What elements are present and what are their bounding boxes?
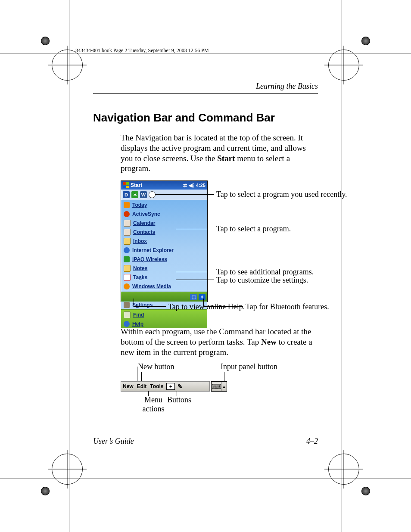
leader-line: [176, 280, 214, 280]
cmd-new: New: [121, 383, 135, 389]
keyboard-icon: ⌨: [212, 382, 221, 391]
menu-item-activesync: ActiveSync: [121, 209, 207, 218]
menu-label: Inbox: [133, 238, 147, 244]
callout-settings: Tap to customize the settings.: [216, 276, 308, 285]
menu-item-ipaq-wireless: iPAQ Wireless: [121, 255, 207, 264]
registration-mark-icon: [331, 457, 370, 495]
leader-line: [141, 372, 142, 382]
menu-item-tasks: Tasks: [121, 273, 207, 282]
windows-flag-icon: [123, 182, 129, 188]
menu-item-inbox: Inbox: [121, 236, 207, 246]
callout-program: Tap to select a program.: [216, 224, 291, 233]
footer-page-number: 4–2: [306, 437, 318, 446]
menu-label: Today: [132, 202, 147, 208]
menu-item-help: Help: [121, 319, 207, 328]
leader-line: [224, 372, 224, 382]
recent-app-icon: D: [123, 191, 130, 198]
leader-line: [176, 229, 214, 229]
recorder-icon: ✦: [166, 383, 175, 390]
leader-line: [134, 306, 166, 307]
leader-line: [176, 272, 214, 272]
device-taskbar: ⬚ ᚼ: [121, 292, 207, 302]
menu-label: Windows Media: [132, 283, 171, 289]
recent-app-icon: ✶: [131, 191, 138, 198]
bluetooth-icon: ᚼ: [199, 294, 206, 300]
clock-label: 4:25: [196, 183, 206, 188]
speaker-icon: ◀ξ: [189, 183, 194, 188]
label-buttons: Buttons: [167, 395, 191, 404]
leader-line: [137, 367, 137, 382]
registration-mark-icon: [331, 37, 370, 75]
label-new-button: New button: [138, 362, 174, 371]
registration-mark-icon: [41, 37, 80, 75]
leader-line: [203, 299, 204, 306]
recent-app-icon: [149, 191, 156, 198]
cmd-tools: Tools: [148, 383, 165, 389]
menu-label: Calendar: [133, 220, 155, 226]
menu-item-internet-explorer: Internet Explorer: [121, 246, 207, 255]
running-head: Learning the Basics: [93, 82, 318, 94]
bold-text: Start: [217, 154, 235, 163]
menu-label: Contacts: [133, 229, 155, 235]
callout-help: Tap to view online Help.: [168, 302, 245, 311]
recent-programs-row: D ✶ W: [121, 190, 207, 200]
device-screenshot: Start ⇄ ◀ξ 4:25 D ✶ W Today ActiveSync C…: [121, 180, 208, 302]
connectivity-icon: ⇄: [183, 183, 187, 188]
label-text: Menu: [144, 395, 162, 404]
callout-recent: Tap to select a program you used recentl…: [216, 190, 347, 199]
menu-item-today: Today: [121, 200, 207, 209]
menu-item-windows-media: Windows Media: [121, 282, 207, 291]
menu-item-notes: Notes: [121, 264, 207, 273]
start-button-label: Start: [131, 182, 142, 188]
command-bar: New Edit Tools ✦ ✎: [121, 381, 210, 392]
arrow-up-icon: ▲: [221, 382, 227, 391]
pen-icon: ✎: [176, 383, 184, 390]
menu-label: Find: [133, 312, 144, 318]
leader-line: [203, 306, 243, 307]
crop-line: [69, 0, 69, 532]
menu-label: Notes: [133, 265, 147, 271]
crop-line: [342, 0, 342, 532]
leader-line: [134, 299, 134, 306]
command-bar-paragraph: Within each program, use the Command bar…: [121, 327, 318, 357]
page-content: Learning the Basics Navigation Bar and C…: [93, 82, 318, 446]
recent-app-icon: W: [140, 191, 147, 198]
leader-line: [155, 194, 214, 195]
menu-item-calendar: Calendar: [121, 218, 207, 227]
label-text: actions: [143, 404, 165, 413]
menu-label: iPAQ Wireless: [132, 256, 167, 262]
page-footer: User’s Guide 4–2: [93, 434, 318, 446]
callout-bluetooth: Tap for Bluetooth features.: [246, 302, 329, 311]
section-title: Navigation Bar and Command Bar: [93, 111, 318, 124]
device-navbar: Start ⇄ ◀ξ 4:25: [121, 181, 207, 190]
menu-label: ActiveSync: [132, 211, 160, 217]
registration-mark-icon: [41, 457, 80, 495]
label-input-panel: Input panel button: [221, 362, 277, 371]
crop-line: [0, 479, 411, 479]
input-panel-button-group: ⌨ ▲: [211, 381, 227, 392]
figure-nav-bar: Start ⇄ ◀ξ 4:25 D ✶ W Today ActiveSync C…: [121, 180, 318, 318]
callout-programs: Tap to see additional programs.: [216, 268, 314, 277]
cmd-edit: Edit: [135, 383, 149, 389]
network-icon: ⬚: [190, 294, 197, 300]
intro-paragraph: The Navigation bar is located at the top…: [121, 133, 318, 174]
footer-left: User’s Guide: [93, 437, 134, 446]
leader-line: [220, 367, 220, 382]
label-menu-actions: Menu actions: [140, 395, 166, 414]
print-job-meta: 343434-001.book Page 2 Tuesday, Septembe…: [75, 47, 209, 54]
menu-label: Help: [132, 321, 143, 327]
menu-label: Internet Explorer: [132, 247, 174, 253]
figure-command-bar: New button Input panel button New Edit T…: [121, 364, 318, 411]
bold-text: New: [261, 337, 277, 346]
decorative-line: [74, 54, 82, 54]
